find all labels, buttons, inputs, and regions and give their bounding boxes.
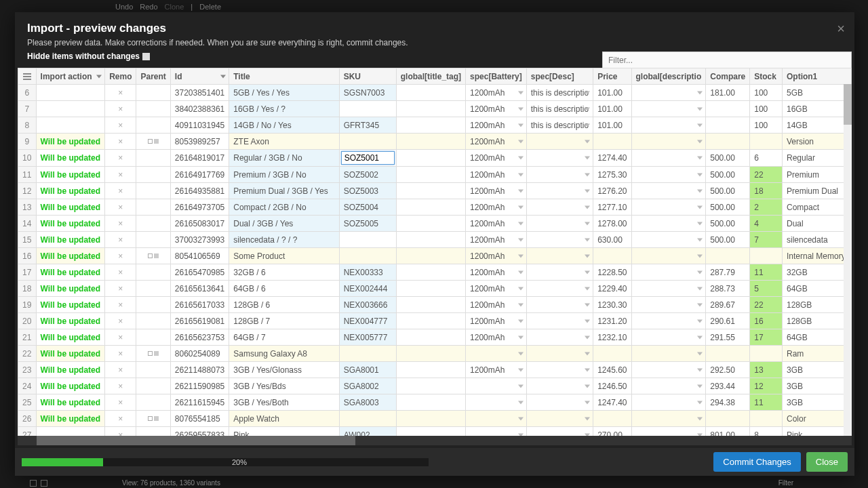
title-tag-cell[interactable] bbox=[396, 281, 465, 297]
price-cell[interactable]: 1230.30 bbox=[593, 297, 631, 313]
close-icon[interactable]: × bbox=[837, 22, 845, 35]
desc-cell[interactable] bbox=[526, 150, 593, 167]
sku-cell[interactable]: SOZ5005 bbox=[339, 216, 396, 232]
desc-cell[interactable]: this is descriptio bbox=[526, 85, 593, 101]
global-desc-cell[interactable] bbox=[631, 248, 706, 264]
table-row[interactable]: 19Will be updated×26165617033128GB / 6NE… bbox=[18, 297, 852, 313]
stock-cell[interactable]: 100 bbox=[750, 101, 783, 117]
price-cell[interactable] bbox=[593, 134, 631, 150]
option1-cell[interactable]: 5GB bbox=[782, 85, 851, 101]
compare-cell[interactable]: 500.00 bbox=[706, 167, 750, 183]
table-row[interactable]: 18Will be updated×2616561364164GB / 6NEX… bbox=[18, 281, 852, 297]
desc-cell[interactable] bbox=[526, 346, 593, 362]
col-header[interactable]: Price bbox=[593, 68, 631, 85]
title-tag-cell[interactable] bbox=[396, 297, 465, 313]
table-row[interactable]: 8×4091103194514GB / No / YesGFRT3451200m… bbox=[18, 117, 852, 134]
sku-cell[interactable]: NEX005777 bbox=[339, 329, 396, 346]
price-cell[interactable] bbox=[593, 248, 631, 264]
parent-cell[interactable] bbox=[136, 134, 170, 150]
option1-cell[interactable]: Color bbox=[782, 411, 851, 427]
title-cell[interactable]: Premium Dual / 3GB / Yes bbox=[229, 183, 339, 199]
remove-row-button[interactable]: × bbox=[105, 313, 136, 329]
sku-cell[interactable] bbox=[339, 232, 396, 248]
battery-cell[interactable]: 1200mAh bbox=[466, 313, 527, 329]
price-cell[interactable]: 1231.20 bbox=[593, 313, 631, 329]
title-cell[interactable]: 5GB / Yes / Yes bbox=[229, 85, 339, 101]
remove-row-button[interactable]: × bbox=[105, 297, 136, 313]
parent-cell[interactable] bbox=[136, 378, 170, 394]
parent-cell[interactable] bbox=[136, 346, 170, 362]
stock-cell[interactable]: 6 bbox=[750, 150, 783, 167]
parent-cell[interactable] bbox=[136, 232, 170, 248]
desc-cell[interactable] bbox=[526, 167, 593, 183]
global-desc-cell[interactable] bbox=[631, 150, 706, 167]
stock-cell[interactable]: 11 bbox=[750, 264, 783, 281]
col-header[interactable] bbox=[18, 68, 37, 85]
sku-cell[interactable] bbox=[339, 150, 396, 167]
table-row[interactable]: 16Will be updated×8054106569Some Product… bbox=[18, 248, 852, 264]
price-cell[interactable]: 1276.20 bbox=[593, 183, 631, 199]
option1-cell[interactable]: 3GB bbox=[782, 362, 851, 378]
option1-cell[interactable]: 128GB bbox=[782, 313, 851, 329]
battery-cell[interactable] bbox=[466, 394, 527, 411]
table-row[interactable]: 26Will be updated×8076554185Apple WatchC… bbox=[18, 411, 852, 427]
global-desc-cell[interactable] bbox=[631, 378, 706, 394]
table-row[interactable]: 10Will be updated×26164819017Regular / 3… bbox=[18, 150, 852, 167]
desc-cell[interactable] bbox=[526, 362, 593, 378]
sku-cell[interactable]: NEX00333 bbox=[339, 264, 396, 281]
option1-cell[interactable]: Premium Dual bbox=[782, 183, 851, 199]
sku-cell[interactable]: SGA8003 bbox=[339, 394, 396, 411]
title-tag-cell[interactable] bbox=[396, 216, 465, 232]
price-cell[interactable]: 1246.50 bbox=[593, 378, 631, 394]
compare-cell[interactable]: 292.50 bbox=[706, 362, 750, 378]
stock-cell[interactable]: 18 bbox=[750, 183, 783, 199]
parent-cell[interactable] bbox=[136, 199, 170, 216]
title-cell[interactable]: 14GB / No / Yes bbox=[229, 117, 339, 134]
desc-cell[interactable] bbox=[526, 216, 593, 232]
remove-row-button[interactable]: × bbox=[105, 216, 136, 232]
battery-cell[interactable] bbox=[466, 346, 527, 362]
title-cell[interactable]: 3GB / Yes/Glonass bbox=[229, 362, 339, 378]
sku-cell[interactable]: NEX003666 bbox=[339, 297, 396, 313]
col-header[interactable]: Option1 bbox=[782, 68, 851, 85]
title-tag-cell[interactable] bbox=[396, 394, 465, 411]
remove-row-button[interactable]: × bbox=[105, 411, 136, 427]
table-row[interactable]: 12Will be updated×26164935881Premium Dua… bbox=[18, 183, 852, 199]
remove-row-button[interactable]: × bbox=[105, 150, 136, 167]
horizontal-scrollbar[interactable] bbox=[18, 436, 852, 445]
price-cell[interactable]: 1228.50 bbox=[593, 264, 631, 281]
table-row[interactable]: 9Will be updated×8053989257ZTE Axon1200m… bbox=[18, 134, 852, 150]
battery-cell[interactable]: 1200mAh bbox=[466, 216, 527, 232]
title-tag-cell[interactable] bbox=[396, 232, 465, 248]
compare-cell[interactable] bbox=[706, 101, 750, 117]
global-desc-cell[interactable] bbox=[631, 183, 706, 199]
vertical-scrollbar[interactable] bbox=[844, 84, 852, 436]
option1-cell[interactable]: Internal Memory bbox=[782, 248, 851, 264]
title-tag-cell[interactable] bbox=[396, 378, 465, 394]
battery-cell[interactable] bbox=[466, 427, 527, 436]
compare-cell[interactable]: 293.44 bbox=[706, 378, 750, 394]
col-header[interactable]: spec[Desc] bbox=[526, 68, 593, 85]
filter-input[interactable] bbox=[602, 52, 852, 69]
desc-cell[interactable] bbox=[526, 427, 593, 436]
table-row[interactable]: 25Will be updated×262116159453GB / Yes/B… bbox=[18, 394, 852, 411]
stock-cell[interactable]: 12 bbox=[750, 378, 783, 394]
parent-cell[interactable] bbox=[136, 297, 170, 313]
stock-cell[interactable] bbox=[750, 411, 783, 427]
battery-cell[interactable]: 1200mAh bbox=[466, 264, 527, 281]
col-header[interactable]: global[title_tag] bbox=[396, 68, 465, 85]
title-cell[interactable]: Some Product bbox=[229, 248, 339, 264]
parent-cell[interactable] bbox=[136, 167, 170, 183]
col-header[interactable]: Parent bbox=[136, 68, 170, 85]
price-cell[interactable] bbox=[593, 346, 631, 362]
parent-cell[interactable] bbox=[136, 183, 170, 199]
col-header[interactable]: global[descriptio bbox=[631, 68, 706, 85]
global-desc-cell[interactable] bbox=[631, 216, 706, 232]
title-cell[interactable]: ZTE Axon bbox=[229, 134, 339, 150]
option1-cell[interactable]: Version bbox=[782, 134, 851, 150]
price-cell[interactable]: 1274.40 bbox=[593, 150, 631, 167]
stock-cell[interactable] bbox=[750, 134, 783, 150]
desc-cell[interactable] bbox=[526, 264, 593, 281]
col-header[interactable]: Remo bbox=[105, 68, 136, 85]
stock-cell[interactable]: 11 bbox=[750, 394, 783, 411]
